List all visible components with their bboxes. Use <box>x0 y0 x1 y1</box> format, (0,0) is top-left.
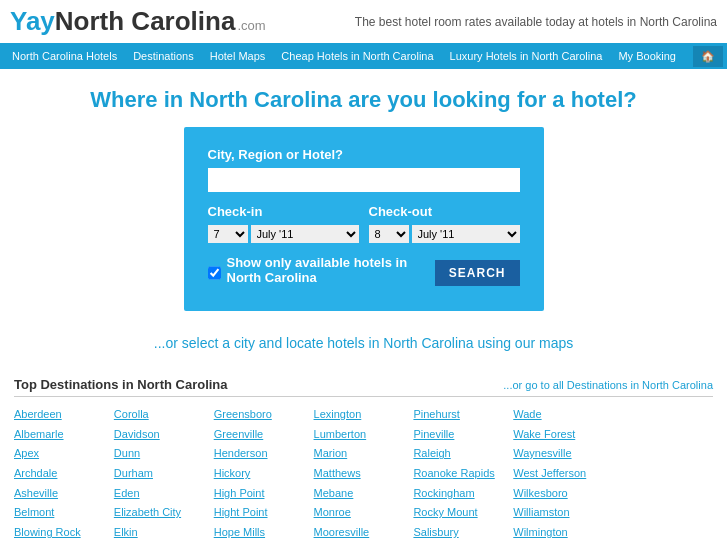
city-link[interactable]: Marion <box>314 444 410 463</box>
city-link[interactable]: Elizabeth City <box>114 503 210 522</box>
nav-item-destinations[interactable]: Destinations <box>125 46 202 66</box>
checkin-month-select[interactable]: July '11 <box>251 225 359 243</box>
nav-item-hotel-maps[interactable]: Hotel Maps <box>202 46 274 66</box>
city-column-2: GreensboroGreenvilleHendersonHickoryHigh… <box>214 405 314 545</box>
city-link[interactable]: Rockingham <box>413 484 509 503</box>
destinations-title: Top Destinations in North Carolina <box>14 377 228 392</box>
city-link[interactable]: Wake Forest <box>513 425 609 444</box>
destinations-section: Top Destinations in North Carolina ...or… <box>0 377 727 545</box>
city-link[interactable]: Archdale <box>14 464 110 483</box>
dates-row: Check-in 7 July '11 Check-out 8 <box>208 204 520 243</box>
nav-bar: North Carolina Hotels Destinations Hotel… <box>0 43 727 69</box>
tagline: The best hotel room rates available toda… <box>355 15 717 29</box>
city-link[interactable]: Raleigh <box>413 444 509 463</box>
city-link[interactable]: Apex <box>14 444 110 463</box>
city-link[interactable]: Lexington <box>314 405 410 424</box>
city-link[interactable]: Greenville <box>214 425 310 444</box>
city-column-4: PinehurstPinevilleRaleighRoanoke RapidsR… <box>413 405 513 545</box>
checkout-day-select[interactable]: 8 <box>369 225 409 243</box>
nav-item-my-booking[interactable]: My Booking <box>610 46 683 66</box>
city-link[interactable]: Hickory <box>214 464 310 483</box>
city-column-5: WadeWake ForestWaynesvilleWest Jefferson… <box>513 405 613 545</box>
search-input[interactable] <box>208 168 520 192</box>
nav-home-button[interactable]: 🏠 <box>693 46 723 67</box>
city-link[interactable]: Corolla <box>114 405 210 424</box>
city-link[interactable]: Matthews <box>314 464 410 483</box>
checkout-group: Check-out 8 July '11 <box>369 204 520 243</box>
search-button[interactable]: SEARCH <box>435 260 520 286</box>
city-link[interactable]: Mebane <box>314 484 410 503</box>
checkbox-row: Show only available hotels in North Caro… <box>208 255 520 291</box>
nav-item-nc-hotels[interactable]: North Carolina Hotels <box>4 46 125 66</box>
page-title: Where in North Carolina are you looking … <box>0 69 727 127</box>
city-link[interactable]: Wade <box>513 405 609 424</box>
nav-item-cheap-hotels[interactable]: Cheap Hotels in North Carolina <box>273 46 441 66</box>
city-link[interactable]: Rocky Mount <box>413 503 509 522</box>
city-link[interactable]: Roanoke Rapids <box>413 464 509 483</box>
logo-com: .com <box>237 18 265 33</box>
checkbox-label: Show only available hotels in North Caro… <box>227 255 429 285</box>
logo[interactable]: Yay North Carolina .com <box>10 6 266 37</box>
city-link[interactable]: Hight Point <box>214 503 310 522</box>
city-link[interactable]: Lumberton <box>314 425 410 444</box>
city-link[interactable]: Dunn <box>114 444 210 463</box>
logo-nc: North Carolina <box>55 6 236 37</box>
city-link[interactable]: Belmont <box>14 503 110 522</box>
destinations-all-link[interactable]: ...or go to all Destinations in North Ca… <box>503 379 713 391</box>
city-link[interactable]: Elkin <box>114 523 210 542</box>
checkin-group: Check-in 7 July '11 <box>208 204 359 243</box>
city-link[interactable]: Waynesville <box>513 444 609 463</box>
city-link[interactable]: West Jefferson <box>513 464 609 483</box>
checkin-label: Check-in <box>208 204 359 219</box>
available-checkbox[interactable] <box>208 266 221 280</box>
checkout-label: Check-out <box>369 204 520 219</box>
city-link[interactable]: High Point <box>214 484 310 503</box>
city-column-0: AberdeenAlbemarleApexArchdaleAshevilleBe… <box>14 405 114 545</box>
city-link[interactable]: Salisbury <box>413 523 509 542</box>
header: Yay North Carolina .com The best hotel r… <box>0 0 727 43</box>
city-link[interactable]: Blowing Rock <box>14 523 110 542</box>
nav-item-luxury-hotels[interactable]: Luxury Hotels in North Carolina <box>442 46 611 66</box>
city-link[interactable]: Davidson <box>114 425 210 444</box>
city-link[interactable]: Mooresville <box>314 523 410 542</box>
city-link[interactable]: Durham <box>114 464 210 483</box>
checkin-day-select[interactable]: 7 <box>208 225 248 243</box>
city-link[interactable]: Eden <box>114 484 210 503</box>
city-column-1: CorollaDavidsonDunnDurhamEdenElizabeth C… <box>114 405 214 545</box>
checkout-selects: 8 July '11 <box>369 225 520 243</box>
logo-yay: Yay <box>10 6 55 37</box>
city-link[interactable]: Wilkesboro <box>513 484 609 503</box>
destinations-header: Top Destinations in North Carolina ...or… <box>14 377 713 397</box>
checkout-month-select[interactable]: July '11 <box>412 225 520 243</box>
search-label: City, Region or Hotel? <box>208 147 520 162</box>
cities-grid: AberdeenAlbemarleApexArchdaleAshevilleBe… <box>14 405 713 545</box>
city-link[interactable]: Aberdeen <box>14 405 110 424</box>
city-link[interactable]: Asheville <box>14 484 110 503</box>
city-link[interactable]: Hope Mills <box>214 523 310 542</box>
city-column-3: LexingtonLumbertonMarionMatthewsMebaneMo… <box>314 405 414 545</box>
city-link[interactable]: Wilmington <box>513 523 609 542</box>
search-box: City, Region or Hotel? Check-in 7 July '… <box>184 127 544 311</box>
city-link[interactable]: Greensboro <box>214 405 310 424</box>
city-link[interactable]: Monroe <box>314 503 410 522</box>
city-link[interactable]: Henderson <box>214 444 310 463</box>
checkin-selects: 7 July '11 <box>208 225 359 243</box>
search-container: City, Region or Hotel? Check-in 7 July '… <box>0 127 727 311</box>
city-link[interactable]: Williamston <box>513 503 609 522</box>
city-link[interactable]: Albemarle <box>14 425 110 444</box>
city-link[interactable]: Pinehurst <box>413 405 509 424</box>
map-link[interactable]: ...or select a city and locate hotels in… <box>0 325 727 361</box>
city-link[interactable]: Pineville <box>413 425 509 444</box>
